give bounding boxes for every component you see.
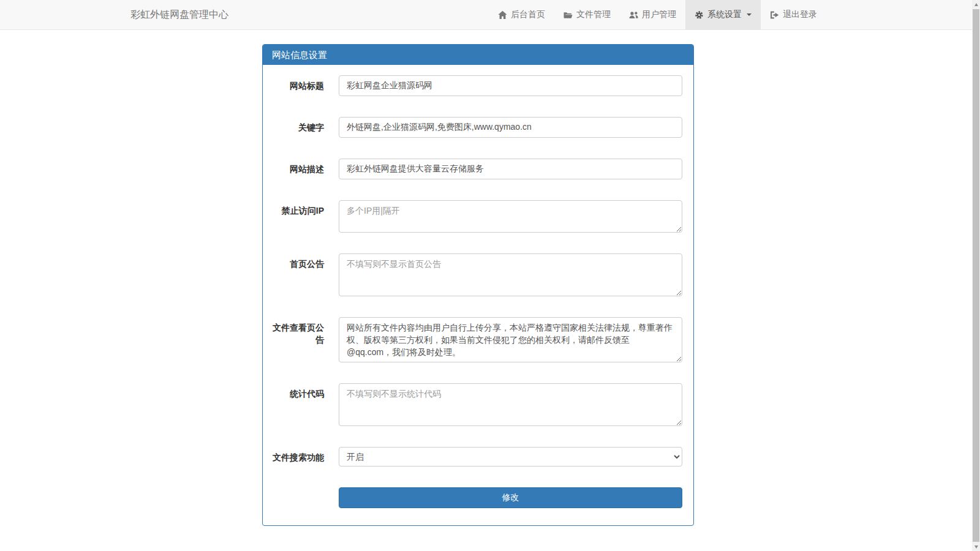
description-input[interactable] — [339, 159, 682, 179]
description-label: 网站描述 — [272, 159, 324, 179]
users-icon — [629, 10, 638, 20]
banned-ip-textarea[interactable] — [339, 200, 682, 233]
file-search-label: 文件搜索功能 — [272, 447, 324, 467]
form-row-fileview-notice: 文件查看页公告 — [272, 317, 684, 362]
save-button[interactable]: 修改 — [339, 487, 682, 508]
nav-item-files[interactable]: 文件管理 — [554, 0, 620, 29]
scroll-down-arrow-icon — [974, 545, 978, 549]
scroll-up-button[interactable] — [972, 0, 980, 9]
site-settings-panel: 网站信息设置 网站标题 关键字 网站描述 禁止访问IP 首页公告 文件查看页公告 — [262, 44, 694, 526]
panel-title: 网站信息设置 — [263, 45, 693, 65]
nav-item-label: 退出登录 — [783, 9, 817, 20]
stats-code-label: 统计代码 — [272, 383, 324, 426]
form-row-description: 网站描述 — [272, 159, 684, 179]
navbar-menu: 后台首页 文件管理 用户管理 系统设置 退出登录 — [489, 0, 826, 29]
keywords-input[interactable] — [339, 117, 682, 138]
form-row-file-search: 文件搜索功能 开启 — [272, 447, 684, 467]
app-title[interactable]: 彩虹外链网盘管理中心 — [0, 0, 228, 29]
form-row-home-notice: 首页公告 — [272, 253, 684, 296]
gear-icon — [695, 10, 704, 20]
nav-item-label: 系统设置 — [707, 9, 742, 20]
form-row-banned-ip: 禁止访问IP — [272, 200, 684, 233]
nav-item-users[interactable]: 用户管理 — [620, 0, 685, 29]
nav-item-label: 文件管理 — [576, 9, 611, 20]
form-row-stats-code: 统计代码 — [272, 383, 684, 426]
top-navbar: 彩虹外链网盘管理中心 后台首页 文件管理 用户管理 系统设置 — [0, 0, 980, 30]
nav-item-settings[interactable]: 系统设置 — [685, 0, 761, 29]
nav-item-logout[interactable]: 退出登录 — [761, 0, 826, 29]
home-notice-label: 首页公告 — [272, 253, 324, 296]
vertical-scrollbar[interactable] — [972, 0, 980, 551]
file-search-select[interactable]: 开启 — [339, 447, 682, 467]
scroll-down-button[interactable] — [972, 542, 980, 551]
form-row-submit: 修改 — [272, 487, 684, 508]
nav-item-label: 后台首页 — [511, 9, 545, 20]
form-row-keywords: 关键字 — [272, 117, 684, 138]
home-notice-textarea[interactable] — [339, 253, 682, 296]
site-title-label: 网站标题 — [272, 75, 324, 96]
chevron-down-icon — [747, 13, 752, 16]
scrollbar-thumb[interactable] — [973, 9, 979, 542]
nav-item-label: 用户管理 — [642, 9, 676, 20]
form-row-site-title: 网站标题 — [272, 75, 684, 96]
nav-item-dashboard[interactable]: 后台首页 — [489, 0, 554, 29]
stats-code-textarea[interactable] — [339, 383, 682, 426]
site-title-input[interactable] — [339, 75, 682, 96]
fileview-notice-textarea[interactable] — [339, 317, 682, 362]
sign-out-icon — [770, 10, 779, 20]
scroll-up-arrow-icon — [974, 3, 978, 6]
banned-ip-label: 禁止访问IP — [272, 200, 324, 233]
home-icon — [498, 10, 507, 20]
fileview-notice-label: 文件查看页公告 — [272, 317, 324, 362]
folder-open-icon — [564, 10, 573, 20]
panel-body: 网站标题 关键字 网站描述 禁止访问IP 首页公告 文件查看页公告 统计代码 — [263, 65, 693, 525]
keywords-label: 关键字 — [272, 117, 324, 138]
